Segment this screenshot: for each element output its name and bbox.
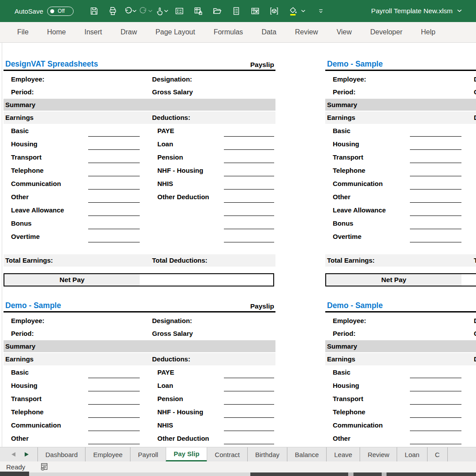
sheet-tab-review[interactable]: Review	[360, 447, 397, 461]
earning-item-label: Telephone	[11, 164, 44, 177]
total-earnings-label: Total Earnings:	[5, 254, 53, 267]
deduction-value-field[interactable]	[224, 149, 274, 150]
package-icon[interactable]	[264, 3, 283, 19]
earning-value-field[interactable]	[410, 202, 461, 203]
earning-value-field[interactable]	[88, 216, 140, 216]
earning-value-field[interactable]	[88, 417, 140, 418]
print-preview-icon[interactable]	[103, 3, 122, 19]
deduction-value-field[interactable]	[224, 431, 274, 431]
sheet-tab-loan[interactable]: Loan	[397, 447, 427, 461]
earning-value-field[interactable]	[410, 149, 461, 150]
title-bar: AutoSave Off	[0, 0, 476, 22]
earning-value-field[interactable]	[88, 229, 140, 229]
earning-item-label: Transport	[333, 151, 363, 164]
ribbon-tab-view[interactable]: View	[327, 22, 361, 42]
total-deductions-label: Total Deductions:	[152, 254, 208, 267]
sheet-tab-pay-slip[interactable]: Pay Slip	[166, 447, 207, 461]
ribbon-tab-review[interactable]: Review	[286, 22, 327, 42]
autosave-switch[interactable]: Off	[47, 7, 74, 16]
taskbar-segment	[382, 472, 387, 476]
macro-record-icon[interactable]	[40, 463, 48, 471]
undo-dropdown-icon[interactable]	[131, 3, 138, 19]
employee-label: Employee:	[333, 73, 366, 86]
earning-value-field[interactable]	[410, 216, 461, 216]
ribbon-tab-file[interactable]: File	[8, 22, 38, 42]
payslip-item-row: TelephoneNHF - Housing	[325, 405, 476, 419]
earning-value-field[interactable]	[410, 189, 461, 190]
earning-value-field[interactable]	[410, 378, 461, 378]
sheet-tab-birthday[interactable]: Birthday	[247, 447, 287, 461]
earning-value-field[interactable]	[88, 136, 140, 137]
earning-value-field[interactable]	[410, 431, 461, 431]
touch-mode-dropdown-icon[interactable]	[163, 3, 170, 19]
sheet-tab-balance[interactable]: Balance	[287, 447, 326, 461]
filename-text: Payroll Template New.xlsm	[371, 7, 453, 15]
ribbon-tab-home[interactable]: Home	[38, 22, 75, 42]
earning-value-field[interactable]	[88, 202, 140, 203]
earning-value-field[interactable]	[88, 431, 140, 431]
title-rule	[4, 70, 275, 71]
deduction-value-field[interactable]	[224, 417, 274, 418]
earning-value-field[interactable]	[410, 391, 461, 391]
ribbon-tab-draw[interactable]: Draw	[111, 22, 146, 42]
deduction-value-field[interactable]	[224, 189, 274, 190]
ribbon-tab-developer[interactable]: Developer	[361, 22, 412, 42]
ribbon-tab-page-layout[interactable]: Page Layout	[146, 22, 205, 42]
sheet-tab-dashboard[interactable]: Dashboard	[37, 447, 85, 461]
deduction-value-field[interactable]	[224, 404, 274, 405]
earning-value-field[interactable]	[410, 136, 461, 137]
earning-value-field[interactable]	[88, 176, 140, 176]
earning-value-field[interactable]	[88, 404, 140, 405]
deduction-value-field[interactable]	[224, 202, 274, 203]
earning-value-field[interactable]	[88, 163, 140, 163]
deduction-value-field[interactable]	[224, 242, 274, 242]
earning-value-field[interactable]	[88, 242, 140, 242]
net-pay-value-cell[interactable]	[140, 274, 273, 286]
form-view-icon[interactable]	[227, 3, 245, 19]
delete-table-icon[interactable]	[245, 3, 264, 19]
earning-value-field[interactable]	[88, 391, 140, 391]
earning-value-field[interactable]	[410, 444, 461, 444]
save-icon[interactable]	[84, 3, 103, 19]
earning-value-field[interactable]	[410, 163, 461, 163]
sheet-tab-contract[interactable]: Contract	[207, 447, 247, 461]
net-pay-value-cell[interactable]	[461, 274, 476, 286]
earning-value-field[interactable]	[88, 149, 140, 150]
deduction-value-field[interactable]	[224, 163, 274, 163]
sheet-tab-c[interactable]: C	[427, 447, 448, 461]
earning-value-field[interactable]	[88, 189, 140, 190]
earning-value-field[interactable]	[88, 444, 140, 444]
window-title[interactable]: Payroll Template New.xlsm	[371, 7, 462, 15]
open-folder-icon[interactable]	[208, 3, 227, 19]
form-properties-icon[interactable]	[170, 3, 189, 19]
deduction-value-field[interactable]	[224, 136, 274, 137]
deduction-value-field[interactable]	[224, 444, 274, 444]
sheet-nav-left-icon[interactable]	[11, 452, 15, 457]
earning-value-field[interactable]	[410, 176, 461, 176]
deduction-value-field[interactable]	[224, 216, 274, 216]
deduction-value-field[interactable]	[224, 391, 274, 391]
earning-value-field[interactable]	[88, 378, 140, 378]
title-dropdown-icon[interactable]	[457, 9, 462, 13]
totals-band: Total Earnings: Total Deductions:	[325, 254, 476, 267]
earning-value-field[interactable]	[410, 229, 461, 229]
ribbon-tab-insert[interactable]: Insert	[75, 22, 111, 42]
autosave-label: AutoSave	[15, 7, 43, 15]
deduction-value-field[interactable]	[224, 176, 274, 176]
deduction-value-field[interactable]	[224, 229, 274, 229]
autosave-toggle[interactable]: AutoSave Off	[15, 7, 74, 16]
earning-value-field[interactable]	[410, 404, 461, 405]
ribbon-tab-formulas[interactable]: Formulas	[205, 22, 253, 42]
qat-overflow-icon[interactable]	[311, 3, 330, 19]
protect-sheet-icon[interactable]	[189, 3, 208, 19]
ribbon-tab-help[interactable]: Help	[412, 22, 445, 42]
fill-color-dropdown-icon[interactable]	[300, 3, 307, 19]
earning-value-field[interactable]	[410, 417, 461, 418]
sheet-nav-right-icon[interactable]	[25, 452, 29, 457]
earning-value-field[interactable]	[410, 242, 461, 242]
ribbon-tab-data[interactable]: Data	[252, 22, 286, 42]
sheet-tab-leave[interactable]: Leave	[326, 447, 360, 461]
sheet-tab-employee[interactable]: Employee	[85, 447, 130, 461]
sheet-tab-payroll[interactable]: Payroll	[130, 447, 166, 461]
deduction-value-field[interactable]	[224, 378, 274, 378]
